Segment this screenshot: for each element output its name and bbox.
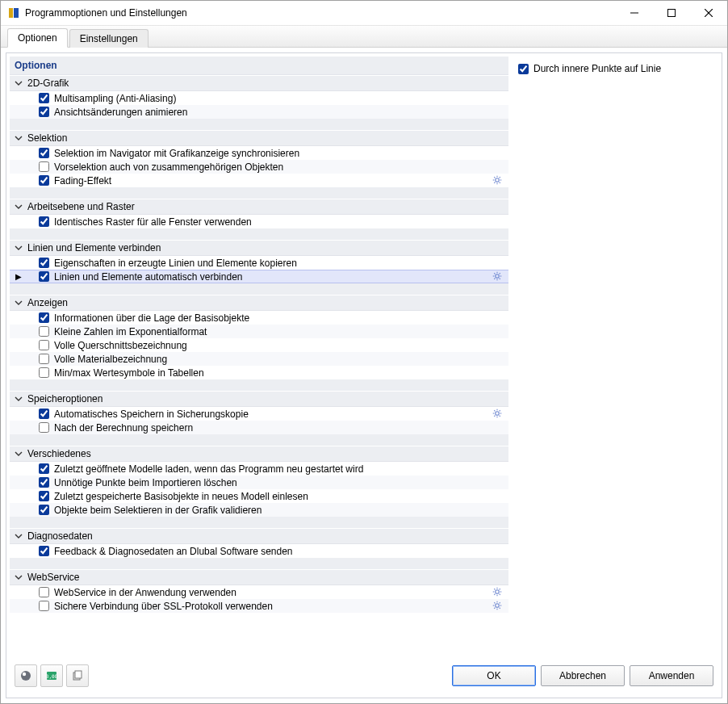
chevron-down-icon[interactable] bbox=[13, 448, 24, 459]
option-checkbox[interactable] bbox=[39, 477, 49, 488]
gear-icon[interactable] bbox=[492, 175, 504, 186]
option-row[interactable]: Unnötige Punkte beim Importieren löschen bbox=[10, 476, 508, 489]
chevron-down-icon[interactable] bbox=[13, 242, 24, 254]
section-header-linien[interactable]: Linien und Elemente verbinden bbox=[10, 240, 508, 256]
option-row[interactable]: Kleine Zahlen im Exponentialformat bbox=[10, 325, 508, 338]
detail-checkbox[interactable] bbox=[518, 64, 529, 74]
chevron-down-icon[interactable] bbox=[13, 530, 24, 542]
section-header-grafik2d[interactable]: 2D-Grafik bbox=[10, 75, 508, 91]
tab-settings[interactable]: Einstellungen bbox=[69, 29, 149, 48]
chevron-down-icon[interactable] bbox=[13, 297, 24, 308]
option-label: Identisches Raster für alle Fenster verw… bbox=[54, 216, 508, 228]
panel-header: Optionen bbox=[10, 57, 508, 75]
option-checkbox[interactable] bbox=[39, 326, 49, 337]
svg-point-33 bbox=[496, 589, 500, 593]
apply-button[interactable]: Anwenden bbox=[630, 665, 713, 686]
option-row[interactable]: Ansichtsänderungen animieren bbox=[10, 105, 508, 119]
option-row[interactable]: Min/max Wertesymbole in Tabellen bbox=[10, 366, 508, 379]
svg-rect-2 bbox=[630, 13, 638, 14]
chevron-down-icon[interactable] bbox=[13, 132, 24, 144]
option-row[interactable]: Volle Querschnittsbezeichnung bbox=[10, 338, 508, 352]
option-checkbox[interactable] bbox=[39, 463, 49, 474]
chevron-down-icon[interactable] bbox=[13, 393, 24, 404]
maximize-button[interactable] bbox=[653, 1, 690, 25]
section-header-selektion[interactable]: Selektion bbox=[10, 130, 508, 146]
section-gap bbox=[10, 379, 508, 391]
gear-icon[interactable] bbox=[492, 601, 504, 612]
chevron-down-icon[interactable] bbox=[13, 572, 24, 583]
reset-button[interactable] bbox=[66, 664, 89, 687]
detail-label: Durch innere Punkte auf Linie bbox=[533, 63, 661, 74]
option-row[interactable]: Feedback & Diagnosedaten an Dlubal Softw… bbox=[10, 544, 508, 558]
section-header-diagnose[interactable]: Diagnosedaten bbox=[10, 528, 508, 544]
option-checkbox[interactable] bbox=[39, 409, 49, 419]
section-header-anzeigen[interactable]: Anzeigen bbox=[10, 295, 508, 311]
option-checkbox[interactable] bbox=[39, 258, 49, 268]
options-tree[interactable]: 2D-GrafikMultisampling (Anti-Aliasing)An… bbox=[10, 75, 508, 657]
svg-point-51 bbox=[21, 671, 31, 681]
option-checkbox[interactable] bbox=[39, 601, 49, 611]
svg-line-20 bbox=[494, 273, 495, 274]
option-row[interactable]: Automatisches Speichern in Sicherungskop… bbox=[10, 407, 508, 421]
option-label: Ansichtsänderungen animieren bbox=[54, 107, 508, 118]
svg-text:0,00: 0,00 bbox=[46, 673, 58, 679]
help-button[interactable] bbox=[15, 664, 37, 687]
option-checkbox[interactable] bbox=[39, 491, 49, 501]
units-button[interactable]: 0,00 bbox=[40, 664, 63, 687]
svg-line-13 bbox=[494, 182, 495, 182]
option-checkbox[interactable] bbox=[39, 107, 49, 117]
window-title: Programmoptionen und Einstellungen bbox=[25, 7, 616, 19]
cancel-button[interactable]: Abbrechen bbox=[541, 665, 625, 686]
option-row[interactable]: ▶Linien und Elemente automatisch verbind… bbox=[10, 270, 508, 283]
ok-button[interactable]: OK bbox=[452, 665, 536, 686]
option-row[interactable]: WebService in der Anwendung verwenden bbox=[10, 585, 508, 599]
option-row[interactable]: Informationen über die Lage der Basisobj… bbox=[10, 311, 508, 325]
section-header-verschiedenes[interactable]: Verschiedenes bbox=[10, 446, 508, 462]
svg-rect-1 bbox=[14, 8, 19, 18]
option-checkbox[interactable] bbox=[39, 93, 49, 103]
option-row[interactable]: Identisches Raster für alle Fenster verw… bbox=[10, 215, 508, 228]
option-row[interactable]: Objekte beim Selektieren in der Grafik v… bbox=[10, 503, 508, 517]
panel: Optionen 2D-GrafikMultisampling (Anti-Al… bbox=[6, 52, 722, 698]
section-gap bbox=[10, 434, 508, 446]
section-header-webservice[interactable]: WebService bbox=[10, 569, 508, 585]
option-checkbox[interactable] bbox=[39, 367, 49, 378]
chevron-down-icon[interactable] bbox=[13, 78, 24, 89]
option-checkbox[interactable] bbox=[39, 354, 49, 364]
option-checkbox[interactable] bbox=[39, 161, 49, 172]
option-checkbox[interactable] bbox=[39, 216, 49, 227]
gear-icon[interactable] bbox=[492, 271, 504, 283]
option-row[interactable]: Volle Materialbezeichnung bbox=[10, 352, 508, 366]
option-row[interactable]: Zuletzt geöffnete Modelle laden, wenn da… bbox=[10, 462, 508, 476]
svg-line-50 bbox=[500, 602, 500, 603]
option-checkbox[interactable] bbox=[39, 340, 49, 350]
option-row[interactable]: Fading-Effekt bbox=[10, 174, 508, 187]
section-gap bbox=[10, 119, 508, 130]
section-header-speicher[interactable]: Speicheroptionen bbox=[10, 391, 508, 407]
options-tree-panel: Optionen 2D-GrafikMultisampling (Anti-Al… bbox=[10, 57, 508, 657]
option-checkbox[interactable] bbox=[39, 505, 49, 515]
option-row[interactable]: Sichere Verbindung über SSL-Protokoll ve… bbox=[10, 599, 508, 613]
option-checkbox[interactable] bbox=[39, 312, 49, 323]
option-row[interactable]: Nach der Berechnung speichern bbox=[10, 421, 508, 434]
option-checkbox[interactable] bbox=[39, 422, 49, 433]
close-button[interactable] bbox=[690, 1, 727, 25]
section-gap bbox=[10, 283, 508, 295]
chevron-down-icon[interactable] bbox=[13, 201, 24, 212]
option-checkbox[interactable] bbox=[39, 175, 49, 186]
option-row[interactable]: Multisampling (Anti-Aliasing) bbox=[10, 91, 508, 105]
gear-icon[interactable] bbox=[492, 587, 504, 598]
option-checkbox[interactable] bbox=[39, 546, 49, 556]
option-row[interactable]: Selektion im Navigator mit Grafikanzeige… bbox=[10, 146, 508, 160]
gear-icon[interactable] bbox=[492, 409, 504, 420]
tab-options[interactable]: Optionen bbox=[7, 28, 68, 48]
section-header-arbeitsebene[interactable]: Arbeitsebene und Raster bbox=[10, 199, 508, 215]
option-row[interactable]: Eigenschaften in erzeugte Linien und Ele… bbox=[10, 256, 508, 270]
option-checkbox[interactable] bbox=[39, 271, 49, 282]
option-row[interactable]: Zuletzt gespeicherte Basisobjekte in neu… bbox=[10, 489, 508, 503]
option-checkbox[interactable] bbox=[39, 587, 49, 597]
svg-rect-3 bbox=[668, 10, 676, 17]
option-checkbox[interactable] bbox=[39, 148, 49, 158]
option-row[interactable]: Vorselektion auch von zusammengehörigen … bbox=[10, 160, 508, 174]
minimize-button[interactable] bbox=[616, 1, 653, 25]
